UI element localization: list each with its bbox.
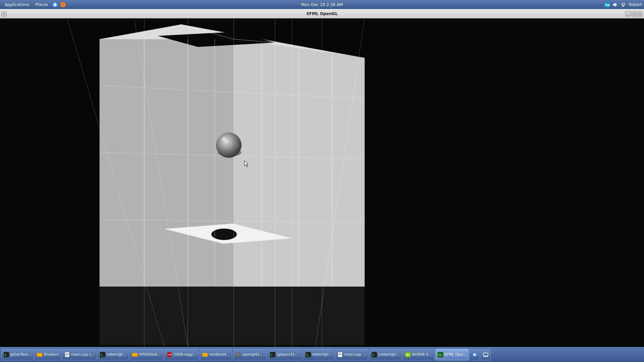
svg-text:$_: $_ [101, 353, 104, 357]
taskbar-icon-editor2 [337, 352, 343, 357]
username-label: Robert [629, 2, 642, 7]
svg-point-66 [216, 132, 241, 158]
window-title: SFML OpenGL [306, 11, 338, 16]
svg-text:PDF: PDF [168, 354, 172, 356]
taskbar-label-robertr1: robert@r... [107, 352, 126, 357]
svg-point-67 [221, 136, 230, 145]
scene-container [0, 18, 644, 347]
svg-rect-79 [132, 353, 138, 357]
svg-text:$_: $_ [306, 353, 310, 357]
window-close-button[interactable]: ✕ [1, 11, 7, 16]
opengl-scene [0, 18, 644, 347]
svg-text:hp: hp [605, 3, 610, 7]
window-minimize-button[interactable]: _ [625, 11, 631, 16]
taskbar-icon-terminal: $ [4, 352, 9, 357]
hp-icon[interactable]: hp [604, 2, 610, 7]
window-controls-left: ✕ [1, 11, 7, 16]
svg-rect-101 [483, 353, 488, 356]
svg-point-43 [211, 229, 237, 240]
taskbar-item-gpugisub[interactable]: GPUGISub... [130, 349, 163, 360]
taskbar-icon-sfml: GL [438, 352, 443, 357]
taskbar-label-rendertot: rendertot... [209, 352, 230, 357]
taskbar-item-robertr2[interactable]: $_ robert@r... [303, 349, 334, 360]
taskbar-icon-editor1 [64, 352, 70, 357]
firefox-icon[interactable] [60, 2, 66, 8]
svg-text:$: $ [4, 353, 6, 357]
taskbar-item-maincpp1[interactable]: main.cpp (... [62, 349, 97, 360]
taskbar-item-siggraph[interactable]: PDF 2008-siggr... [164, 349, 199, 360]
taskbar-label-shaders: Shaders [44, 352, 59, 357]
taskbar-label-robertr2: robert@r... [312, 352, 332, 357]
top-menubar: Applications Places Mon Dec 19 2:38 AM [0, 0, 644, 9]
gl-canvas[interactable] [0, 18, 644, 347]
taskbar-icon-folder [37, 352, 42, 357]
svg-rect-41 [100, 287, 365, 345]
taskbar-item-sfmlopengl[interactable]: GL SFML Ope... [435, 349, 469, 360]
svg-text:$: $ [271, 353, 273, 357]
taskbar-label-nvidiax: NVIDIA X... [412, 352, 432, 357]
menubar-datetime: Mon Dec 19 2:38 AM [301, 2, 343, 7]
svg-point-100 [474, 353, 476, 356]
window-maximize-button[interactable]: □ [631, 11, 637, 16]
taskbar-item-shaders[interactable]: Shaders [35, 349, 61, 360]
taskbar-item-chrome2[interactable] [470, 349, 480, 360]
svg-text:$: $ [372, 353, 374, 357]
taskbar-label-glgettex: glGetText... [10, 352, 31, 357]
taskbar-label-maincpp1: main.cpp (... [71, 352, 94, 357]
network-icon[interactable] [621, 2, 626, 7]
taskbar-item-robertr3[interactable]: $ [robert@r... [369, 349, 402, 360]
taskbar-icon-terminal4: $_ [306, 352, 311, 357]
menubar-right: hp Robert [604, 2, 642, 7]
taskbar-icon-doc1 [235, 352, 241, 357]
taskbar-item-opengl41[interactable]: opengl41-... [233, 349, 267, 360]
taskbar-icon-folder2 [132, 352, 138, 357]
taskbar-item-showdesktop[interactable] [481, 349, 491, 360]
show-desktop-icon [483, 352, 488, 357]
taskbar-icon-pdf: PDF [167, 352, 172, 357]
taskbar-label-gpugisub: GPUGISub... [139, 352, 161, 357]
taskbar-icon-terminal2: $_ [100, 352, 105, 357]
taskbar-item-rendertot[interactable]: rendertot... [200, 349, 232, 360]
svg-marker-7 [613, 3, 616, 7]
taskbar-icon-terminal5: $ [372, 352, 377, 357]
svg-marker-38 [234, 39, 365, 287]
svg-text:NV: NV [406, 354, 411, 357]
window-close-button-right[interactable]: ✕ [637, 11, 643, 16]
places-menu[interactable]: Places [33, 2, 51, 8]
taskbar-item-robertr1[interactable]: $_ robert@r... [98, 349, 129, 360]
svg-point-4 [62, 4, 64, 5]
svg-rect-8 [622, 3, 625, 5]
taskbar-label-robertr3: [robert@r... [378, 352, 399, 357]
svg-rect-82 [202, 353, 208, 357]
taskbar-item-glspec41[interactable]: $ [glspec41-... [268, 349, 302, 360]
chrome-icon[interactable] [52, 2, 58, 8]
taskbar-label-siggraph: 2008-siggr... [173, 352, 197, 357]
taskbar-label-opengl41: opengl41-... [242, 352, 264, 357]
taskbar-icon-nvidia: NV [405, 352, 411, 357]
taskbar-item-glgettex[interactable]: $ glGetText... [1, 349, 34, 360]
applications-menu[interactable]: Applications [2, 2, 32, 8]
taskbar-label-maincpp2: main.cpp ... [344, 352, 366, 357]
window-controls-right: _ □ ✕ [625, 11, 643, 16]
menubar-left: Applications Places [2, 2, 67, 8]
window-titlebar: ✕ SFML OpenGL _ □ ✕ [0, 9, 644, 18]
taskbar-item-maincpp2[interactable]: main.cpp ... [335, 349, 368, 360]
taskbar-icon-chrome2 [472, 352, 477, 357]
taskbar-label-sfmlopengl: SFML Ope... [444, 352, 466, 357]
svg-marker-37 [100, 39, 234, 287]
svg-rect-72 [37, 353, 39, 354]
taskbar-label-glspec41: [glspec41-... [277, 352, 300, 357]
svg-text:GL: GL [438, 354, 442, 357]
taskbar-item-nvidiax[interactable]: NV NVIDIA X... [403, 349, 434, 360]
taskbar-icon-terminal3: $ [270, 352, 275, 357]
taskbar: $ glGetText... Shaders main.cpp (... $_ … [0, 347, 644, 362]
volume-icon[interactable] [612, 2, 618, 7]
taskbar-icon-folder3 [202, 352, 208, 357]
